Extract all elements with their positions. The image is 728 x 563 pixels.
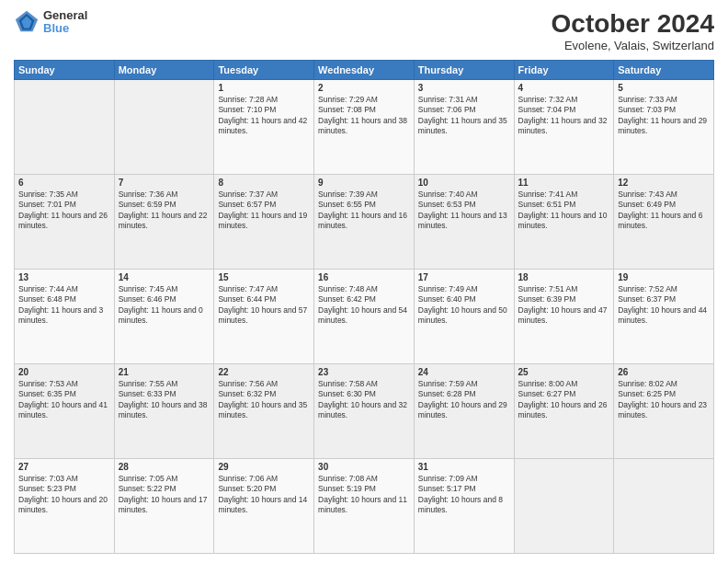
sunrise: Sunrise: 7:59 AM bbox=[418, 379, 478, 388]
cell-content: Sunrise: 7:47 AMSunset: 6:44 PMDaylight:… bbox=[218, 284, 310, 327]
daylight: Daylight: 10 hours and 47 minutes. bbox=[518, 305, 608, 325]
page-title: October 2024 bbox=[552, 9, 714, 39]
calendar-cell: 12Sunrise: 7:43 AMSunset: 6:49 PMDayligh… bbox=[614, 175, 714, 270]
day-number: 30 bbox=[318, 462, 410, 472]
cell-content: Sunrise: 7:31 AMSunset: 7:06 PMDaylight:… bbox=[418, 95, 510, 137]
sunset: Sunset: 5:22 PM bbox=[119, 484, 176, 493]
cell-content: Sunrise: 8:02 AMSunset: 6:25 PMDaylight:… bbox=[618, 379, 710, 421]
sunrise: Sunrise: 7:55 AM bbox=[119, 379, 178, 388]
sunrise: Sunrise: 7:09 AM bbox=[418, 474, 478, 483]
calendar-cell: 15Sunrise: 7:47 AMSunset: 6:44 PMDayligh… bbox=[214, 270, 314, 364]
calendar-week-3: 13Sunrise: 7:44 AMSunset: 6:48 PMDayligh… bbox=[15, 270, 714, 364]
day-number: 25 bbox=[518, 367, 610, 377]
sunrise: Sunrise: 7:32 AM bbox=[518, 95, 578, 104]
sunset: Sunset: 6:51 PM bbox=[518, 200, 576, 209]
day-number: 17 bbox=[418, 272, 510, 282]
day-number: 14 bbox=[119, 272, 210, 282]
daylight: Daylight: 11 hours and 32 minutes. bbox=[518, 116, 608, 135]
daylight: Daylight: 11 hours and 19 minutes. bbox=[218, 211, 307, 230]
day-number: 2 bbox=[318, 83, 410, 93]
page: General Blue October 2024 Evolene, Valai… bbox=[0, 0, 728, 563]
calendar-cell: 16Sunrise: 7:48 AMSunset: 6:42 PMDayligh… bbox=[314, 270, 415, 364]
daylight: Daylight: 11 hours and 42 minutes. bbox=[218, 116, 307, 135]
sunset: Sunset: 6:53 PM bbox=[418, 200, 476, 209]
daylight: Daylight: 10 hours and 29 minutes. bbox=[418, 400, 507, 419]
sunset: Sunset: 6:25 PM bbox=[618, 389, 676, 398]
day-number: 19 bbox=[618, 272, 710, 282]
cell-content: Sunrise: 7:32 AMSunset: 7:04 PMDaylight:… bbox=[518, 95, 610, 137]
daylight: Daylight: 10 hours and 50 minutes. bbox=[418, 305, 507, 325]
calendar-week-2: 6Sunrise: 7:35 AMSunset: 7:01 PMDaylight… bbox=[15, 175, 714, 270]
logo: General Blue bbox=[14, 9, 87, 36]
daylight: Daylight: 10 hours and 41 minutes. bbox=[18, 400, 108, 419]
sunset: Sunset: 6:42 PM bbox=[318, 294, 376, 304]
calendar-cell bbox=[15, 80, 115, 175]
day-number: 22 bbox=[218, 367, 310, 377]
daylight: Daylight: 11 hours and 13 minutes. bbox=[418, 211, 507, 230]
day-number: 27 bbox=[18, 462, 110, 472]
calendar-cell: 28Sunrise: 7:05 AMSunset: 5:22 PMDayligh… bbox=[114, 459, 214, 554]
daylight: Daylight: 11 hours and 29 minutes. bbox=[618, 116, 707, 135]
sunrise: Sunrise: 7:47 AM bbox=[218, 284, 278, 293]
logo-text: General Blue bbox=[43, 9, 87, 36]
calendar-cell: 20Sunrise: 7:53 AMSunset: 6:35 PMDayligh… bbox=[15, 364, 115, 459]
sunrise: Sunrise: 7:31 AM bbox=[418, 95, 478, 104]
calendar-cell bbox=[514, 459, 614, 554]
cell-content: Sunrise: 7:35 AMSunset: 7:01 PMDaylight:… bbox=[18, 190, 110, 232]
day-number: 21 bbox=[119, 367, 210, 377]
daylight: Daylight: 10 hours and 54 minutes. bbox=[318, 305, 407, 325]
day-header-monday: Monday bbox=[114, 61, 214, 80]
daylight: Daylight: 10 hours and 57 minutes. bbox=[218, 305, 307, 325]
calendar-cell: 7Sunrise: 7:36 AMSunset: 6:59 PMDaylight… bbox=[114, 175, 214, 270]
calendar-cell: 2Sunrise: 7:29 AMSunset: 7:08 PMDaylight… bbox=[314, 80, 415, 175]
calendar-cell: 29Sunrise: 7:06 AMSunset: 5:20 PMDayligh… bbox=[214, 459, 314, 554]
day-number: 20 bbox=[18, 367, 110, 377]
sunrise: Sunrise: 8:02 AM bbox=[618, 379, 677, 388]
daylight: Daylight: 10 hours and 26 minutes. bbox=[518, 400, 608, 419]
calendar-cell: 22Sunrise: 7:56 AMSunset: 6:32 PMDayligh… bbox=[214, 364, 314, 459]
cell-content: Sunrise: 7:03 AMSunset: 5:23 PMDaylight:… bbox=[18, 474, 110, 516]
logo-line2: Blue bbox=[43, 22, 87, 35]
day-number: 3 bbox=[418, 83, 510, 93]
cell-content: Sunrise: 7:44 AMSunset: 6:48 PMDaylight:… bbox=[18, 284, 110, 327]
day-header-friday: Friday bbox=[514, 61, 614, 80]
day-number: 13 bbox=[18, 272, 110, 282]
daylight: Daylight: 10 hours and 38 minutes. bbox=[119, 400, 208, 419]
calendar-cell: 17Sunrise: 7:49 AMSunset: 6:40 PMDayligh… bbox=[414, 270, 514, 364]
cell-content: Sunrise: 7:33 AMSunset: 7:03 PMDaylight:… bbox=[618, 95, 710, 137]
sunset: Sunset: 6:57 PM bbox=[218, 200, 276, 209]
cell-content: Sunrise: 7:06 AMSunset: 5:20 PMDaylight:… bbox=[218, 474, 310, 516]
cell-content: Sunrise: 7:43 AMSunset: 6:49 PMDaylight:… bbox=[618, 190, 710, 232]
sunset: Sunset: 7:03 PM bbox=[618, 105, 676, 114]
sunrise: Sunrise: 7:51 AM bbox=[518, 284, 578, 293]
daylight: Daylight: 11 hours and 6 minutes. bbox=[618, 211, 702, 230]
sunrise: Sunrise: 8:00 AM bbox=[518, 379, 578, 388]
day-header-tuesday: Tuesday bbox=[214, 61, 314, 80]
sunset: Sunset: 6:37 PM bbox=[618, 294, 676, 304]
day-header-thursday: Thursday bbox=[414, 61, 514, 80]
sunrise: Sunrise: 7:33 AM bbox=[618, 95, 677, 104]
title-block: October 2024 Evolene, Valais, Switzerlan… bbox=[552, 9, 714, 52]
calendar-cell: 31Sunrise: 7:09 AMSunset: 5:17 PMDayligh… bbox=[414, 459, 514, 554]
sunrise: Sunrise: 7:28 AM bbox=[218, 95, 278, 104]
calendar-cell: 26Sunrise: 8:02 AMSunset: 6:25 PMDayligh… bbox=[614, 364, 714, 459]
daylight: Daylight: 11 hours and 10 minutes. bbox=[518, 211, 608, 230]
daylight: Daylight: 10 hours and 14 minutes. bbox=[218, 495, 307, 514]
header: General Blue October 2024 Evolene, Valai… bbox=[14, 9, 714, 52]
logo-icon bbox=[14, 9, 40, 35]
calendar-cell: 27Sunrise: 7:03 AMSunset: 5:23 PMDayligh… bbox=[15, 459, 115, 554]
sunset: Sunset: 6:35 PM bbox=[18, 389, 76, 398]
sunset: Sunset: 6:30 PM bbox=[318, 389, 376, 398]
daylight: Daylight: 11 hours and 38 minutes. bbox=[318, 116, 407, 135]
logo-line1: General bbox=[43, 9, 87, 22]
sunrise: Sunrise: 7:03 AM bbox=[18, 474, 78, 483]
calendar-cell: 3Sunrise: 7:31 AMSunset: 7:06 PMDaylight… bbox=[414, 80, 514, 175]
daylight: Daylight: 10 hours and 44 minutes. bbox=[618, 305, 707, 325]
sunset: Sunset: 6:32 PM bbox=[218, 389, 276, 398]
daylight: Daylight: 10 hours and 23 minutes. bbox=[618, 400, 707, 419]
sunset: Sunset: 5:23 PM bbox=[18, 484, 76, 493]
cell-content: Sunrise: 7:08 AMSunset: 5:19 PMDaylight:… bbox=[318, 474, 410, 516]
sunset: Sunset: 6:28 PM bbox=[418, 389, 476, 398]
day-number: 6 bbox=[18, 178, 110, 188]
sunset: Sunset: 6:44 PM bbox=[218, 294, 276, 304]
